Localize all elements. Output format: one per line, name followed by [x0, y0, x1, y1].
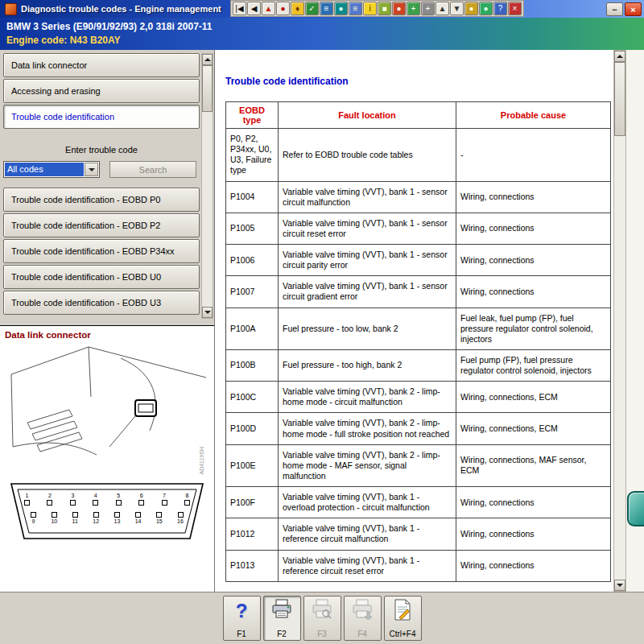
cell-probable-cause: Wiring, connections [456, 487, 611, 518]
connector-pin: 8 [184, 493, 190, 506]
table-row: P100B Fuel pressure - too high, bank 2 F… [226, 349, 611, 381]
table-row: P100C Variable valve timing (VVT), bank … [226, 382, 611, 413]
cell-fault-location: Variable valve timing (VVT), bank 1 - re… [279, 550, 456, 581]
cell-probable-cause: Fuel pump (FP), fuel pressure regulator … [456, 349, 611, 381]
scrollbar-thumb[interactable] [202, 65, 213, 112]
help-icon[interactable]: ? [493, 2, 507, 15]
sidebar-item-label: Accessing and erasing [11, 86, 101, 96]
cell-eobd-type: P1007 [226, 276, 279, 308]
table-row: P1004 Variable valve timing (VVT), bank … [226, 181, 611, 213]
function-key-toolbar: ? F1 F2 F3 [0, 592, 644, 644]
scroll-down-button[interactable] [202, 307, 213, 318]
print-icon [270, 599, 293, 620]
print-preview-f3-button[interactable]: F3 [303, 596, 341, 641]
pin-box [114, 512, 120, 518]
connector-pin: 14 [135, 512, 142, 525]
main-scrollbar[interactable] [613, 50, 626, 592]
code-filter-dropdown[interactable]: All codes [3, 161, 100, 178]
sidebar-item-label: Trouble code identification - EOBD P2 [11, 221, 160, 230]
cell-fault-location: Variable valve timing (VVT), bank 2 - li… [279, 444, 456, 486]
sort-up-icon[interactable]: ▲ [436, 2, 449, 15]
sidebar-scrollbar[interactable] [201, 53, 213, 319]
scroll-up-button[interactable] [614, 51, 625, 62]
connector-pins-row-1: 12345678 [24, 493, 190, 506]
help-f1-button[interactable]: ? F1 [223, 596, 261, 641]
pin-box [52, 512, 57, 518]
cell-probable-cause: - [456, 129, 611, 182]
cell-fault-location: Variable valve timing (VVT), bank 1 - se… [279, 276, 456, 308]
cell-fault-location: Variable valve timing (VVT), bank 1 - ov… [279, 487, 456, 518]
wiring-diagram-icon[interactable]: ≡ [349, 2, 362, 15]
side-pull-tab[interactable] [627, 491, 644, 526]
minimize-button[interactable]: − [606, 2, 623, 16]
cell-eobd-type: P1004 [226, 181, 279, 213]
sidebar-item-label: Trouble code identification [11, 112, 114, 122]
diagram-watermark: AD4119SH [199, 447, 204, 475]
cell-fault-location: Variable valve timing (VVT), bank 1 - se… [279, 245, 456, 276]
sidebar-item-eobd[interactable]: Trouble code identification - EOBD P0 [3, 188, 200, 212]
vehicle-title: BMW 3 Series (E90/91/92/93) 2,0 318i 200… [6, 20, 638, 34]
cell-eobd-type: P1006 [226, 245, 279, 276]
trouble-code-table: EOBD type Fault location Probable cause … [225, 101, 611, 582]
dropdown-button[interactable] [85, 163, 98, 176]
print-export-f4-button[interactable]: F4 [344, 596, 382, 641]
enter-trouble-code-label: Enter trouble code [3, 142, 200, 158]
connector-pin: 5 [116, 493, 122, 506]
arrow-down-icon [617, 584, 623, 587]
sidebar-item-data-link-connector[interactable]: Data link connector [3, 53, 200, 77]
connector-pin: 9 [31, 512, 36, 525]
pin-box [93, 512, 99, 518]
service-check-icon[interactable]: ✓ [305, 2, 319, 15]
connector-pin: 10 [51, 512, 57, 525]
pin-box [24, 500, 30, 506]
diagram-title: Data link connector [5, 330, 91, 340]
chevron-down-icon [89, 168, 95, 171]
nav-first-icon[interactable]: |◀ [233, 2, 246, 15]
globe-icon[interactable]: ● [479, 2, 493, 15]
bulb-icon[interactable]: i [363, 2, 377, 15]
table-header-row: EOBD type Fault location Probable cause [226, 102, 611, 129]
sidebar-item-accessing-and-erasing[interactable]: Accessing and erasing [3, 79, 200, 103]
sidebar-item-trouble-code-identification[interactable]: Trouble code identification [3, 105, 200, 129]
app-icon [5, 3, 17, 15]
pin-box [72, 512, 78, 518]
search-button[interactable]: Search [109, 161, 196, 178]
stop-icon[interactable]: ● [276, 2, 290, 15]
scrollbar-thumb[interactable] [614, 62, 625, 136]
code-filter-value: All codes [5, 163, 84, 176]
eobd-button-list: Trouble code identification - EOBD P0Tro… [3, 188, 200, 315]
engine-icon[interactable]: ■ [378, 2, 391, 15]
connector-pin: 4 [93, 493, 98, 506]
table-row: P0, P2, P34xx, U0, U3, Failure type Refe… [226, 129, 611, 182]
battery-icon[interactable]: + [407, 2, 420, 15]
cell-fault-location: Variable valve timing (VVT), bank 2 - li… [279, 382, 456, 413]
column-header-eobd-type: EOBD type [226, 102, 279, 129]
cell-fault-location: Variable valve timing (VVT), bank 1 - re… [279, 518, 456, 550]
technical-data-icon[interactable]: ≡ [320, 2, 333, 15]
warning-icon[interactable]: ▲ [262, 2, 275, 15]
gauge-icon[interactable]: ● [334, 2, 348, 15]
sidebar-item-eobd[interactable]: Trouble code identification - EOBD U3 [3, 291, 200, 315]
sidebar-item-eobd[interactable]: Trouble code identification - EOBD P34xx [3, 239, 200, 263]
sort-down-icon[interactable]: ▼ [450, 2, 464, 15]
oil-can-icon[interactable]: ♦ [291, 2, 304, 15]
sidebar-item-eobd[interactable]: Trouble code identification - EOBD U0 [3, 265, 200, 289]
tools-icon[interactable]: + [421, 2, 435, 15]
app-window: Diagnostic trouble codes - Engine manage… [0, 0, 644, 644]
table-row: P100D Variable valve timing (VVT), bank … [226, 413, 611, 444]
trouble-code-search-row: All codes Search [3, 161, 200, 178]
close-button[interactable]: × [625, 2, 642, 16]
sidebar-item-eobd[interactable]: Trouble code identification - EOBD P2 [3, 213, 200, 237]
print-f2-button[interactable]: F2 [263, 596, 301, 641]
scroll-up-button[interactable] [202, 54, 213, 65]
edit-document-ctrl-f4-button[interactable]: Ctrl+F4 [384, 596, 422, 641]
scroll-down-button[interactable] [614, 580, 625, 591]
connector-pin: 13 [114, 512, 121, 525]
key-icon[interactable]: ● [464, 2, 478, 15]
exit-icon[interactable]: × [508, 2, 522, 15]
help-icon: ? [236, 599, 248, 623]
brakes-icon[interactable]: ● [392, 2, 406, 15]
nav-back-icon[interactable]: ◀ [247, 2, 261, 15]
pin-box [184, 500, 190, 506]
cell-probable-cause: Wiring, connections [456, 245, 611, 276]
